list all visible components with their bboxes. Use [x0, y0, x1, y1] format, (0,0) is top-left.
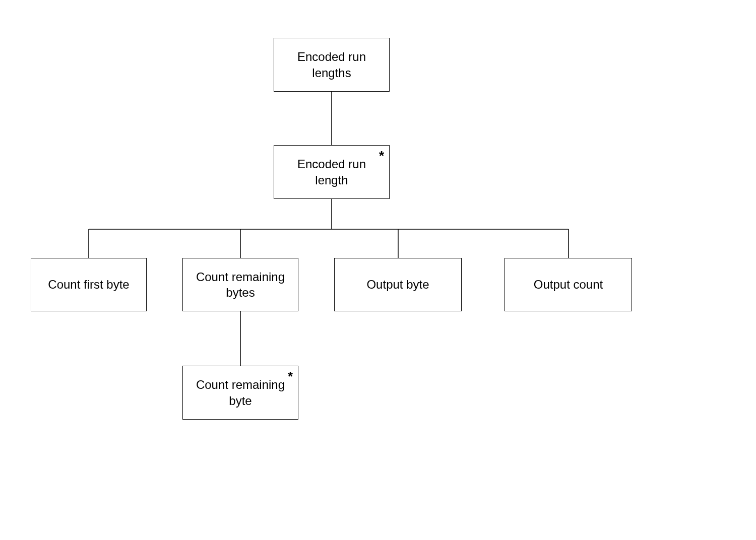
node-output-count: Output count — [505, 258, 632, 311]
node-count-remaining-byte: * Count remaining byte — [182, 366, 298, 420]
node-marker: * — [288, 368, 293, 385]
node-count-remaining-bytes: Count remaining bytes — [182, 258, 298, 311]
node-encoded-run-lengths: Encoded run lengths — [274, 38, 390, 92]
node-encoded-run-length: * Encoded run length — [274, 145, 390, 199]
node-count-first-byte: Count first byte — [31, 258, 147, 311]
node-label: Encoded run lengths — [280, 49, 383, 80]
node-label: Output count — [534, 277, 603, 292]
node-output-byte: Output byte — [334, 258, 462, 311]
node-label: Count remaining byte — [189, 377, 292, 408]
node-label: Count first byte — [48, 277, 129, 292]
node-label: Count remaining bytes — [189, 269, 292, 300]
node-label: Output byte — [366, 277, 429, 292]
node-marker: * — [379, 148, 384, 165]
node-label: Encoded run length — [280, 156, 383, 187]
